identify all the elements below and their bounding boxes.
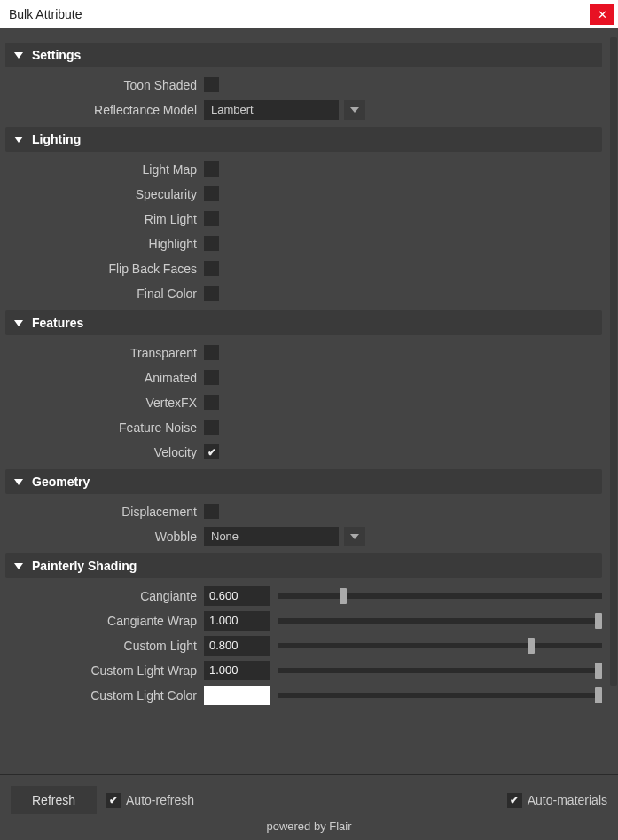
slider-thumb[interactable] bbox=[595, 663, 602, 679]
label: Flip Back Faces bbox=[5, 262, 204, 276]
slider-thumb[interactable] bbox=[340, 588, 347, 604]
label: Displacement bbox=[5, 505, 204, 519]
section-geometry-header[interactable]: Geometry bbox=[5, 469, 602, 494]
checkmark-icon: ✔ bbox=[109, 794, 118, 806]
scrollbar[interactable] bbox=[609, 37, 618, 774]
highlight-checkbox[interactable] bbox=[204, 236, 219, 251]
row-light-map: Light Map bbox=[5, 157, 602, 181]
slider-thumb[interactable] bbox=[595, 613, 602, 629]
chevron-down-icon bbox=[350, 107, 359, 113]
refresh-button[interactable]: Refresh bbox=[11, 786, 97, 814]
powered-by: powered by Flair bbox=[11, 814, 607, 835]
cangiante-slider[interactable] bbox=[278, 593, 602, 599]
disclosure-triangle-icon bbox=[14, 52, 23, 59]
row-specularity: Specularity bbox=[5, 182, 602, 206]
final-color-checkbox[interactable] bbox=[204, 286, 219, 301]
app-body: Settings Toon Shaded Reflectance Model L… bbox=[0, 28, 618, 840]
label: Wobble bbox=[5, 530, 204, 544]
section-painterly-header[interactable]: Painterly Shading bbox=[5, 553, 602, 578]
label: Light Map bbox=[5, 162, 204, 177]
rim-light-checkbox[interactable] bbox=[204, 211, 219, 226]
row-flip-back-faces: Flip Back Faces bbox=[5, 256, 602, 280]
flip-back-faces-checkbox[interactable] bbox=[204, 261, 219, 276]
scroll-area: Settings Toon Shaded Reflectance Model L… bbox=[0, 28, 618, 774]
section-title: Lighting bbox=[32, 132, 81, 146]
row-cangiante: Cangiante 0.600 bbox=[5, 584, 602, 608]
custom-light-wrap-slider[interactable] bbox=[278, 668, 602, 673]
auto-refresh-checkbox[interactable]: ✔ bbox=[106, 793, 121, 808]
section-features-header[interactable]: Features bbox=[5, 310, 602, 335]
light-map-checkbox[interactable] bbox=[204, 161, 219, 177]
section-title: Painterly Shading bbox=[32, 559, 137, 573]
footer: Refresh ✔ Auto-refresh ✔ Auto-materials … bbox=[0, 774, 618, 840]
label: Cangiante Wrap bbox=[5, 614, 204, 628]
close-button[interactable]: ✕ bbox=[590, 4, 614, 25]
disclosure-triangle-icon bbox=[14, 320, 23, 326]
slider-thumb[interactable] bbox=[595, 687, 602, 703]
dropdown-value: Lambert bbox=[204, 100, 339, 120]
auto-materials-option[interactable]: ✔ Auto-materials bbox=[507, 793, 607, 808]
custom-light-slider[interactable] bbox=[278, 643, 602, 648]
section-title: Settings bbox=[32, 48, 81, 62]
custom-light-wrap-input[interactable]: 1.000 bbox=[204, 661, 270, 680]
specularity-checkbox[interactable] bbox=[204, 186, 219, 201]
custom-light-input[interactable]: 0.800 bbox=[204, 636, 270, 656]
section-title: Geometry bbox=[32, 475, 90, 489]
row-reflectance-model: Reflectance Model Lambert bbox=[5, 98, 602, 122]
window-title: Bulk Attribute bbox=[9, 7, 82, 21]
label: Toon Shaded bbox=[5, 78, 204, 92]
section-settings-header[interactable]: Settings bbox=[5, 43, 602, 67]
cangiante-wrap-slider[interactable] bbox=[278, 618, 602, 624]
label: Reflectance Model bbox=[5, 103, 204, 117]
row-transparent: Transparent bbox=[5, 341, 602, 365]
auto-refresh-option[interactable]: ✔ Auto-refresh bbox=[106, 793, 194, 808]
row-displacement: Displacement bbox=[5, 499, 602, 523]
toon-shaded-checkbox[interactable] bbox=[204, 77, 219, 92]
label: Final Color bbox=[5, 287, 204, 301]
velocity-checkbox[interactable]: ✔ bbox=[204, 444, 219, 459]
row-custom-light-color: Custom Light Color bbox=[5, 683, 602, 707]
cangiante-wrap-input[interactable]: 1.000 bbox=[204, 611, 270, 631]
label: VertexFX bbox=[5, 396, 204, 410]
animated-checkbox[interactable] bbox=[204, 370, 219, 385]
transparent-checkbox[interactable] bbox=[204, 345, 219, 360]
row-custom-light: Custom Light 0.800 bbox=[5, 633, 602, 657]
slider-thumb[interactable] bbox=[528, 638, 535, 654]
row-vertexfx: VertexFX bbox=[5, 390, 602, 414]
row-animated: Animated bbox=[5, 365, 602, 389]
wobble-dropdown[interactable]: None bbox=[204, 527, 365, 546]
checkmark-icon: ✔ bbox=[207, 446, 216, 459]
auto-materials-checkbox[interactable]: ✔ bbox=[507, 793, 522, 808]
section-lighting-header[interactable]: Lighting bbox=[5, 127, 602, 152]
reflectance-model-dropdown[interactable]: Lambert bbox=[204, 100, 365, 120]
scrollbar-thumb[interactable] bbox=[610, 37, 617, 686]
disclosure-triangle-icon bbox=[14, 479, 23, 485]
auto-refresh-label: Auto-refresh bbox=[126, 793, 194, 807]
label: Velocity bbox=[5, 445, 204, 459]
row-toon-shaded: Toon Shaded bbox=[5, 73, 602, 97]
row-rim-light: Rim Light bbox=[5, 207, 602, 231]
label: Animated bbox=[5, 371, 204, 385]
dropdown-value: None bbox=[204, 527, 339, 546]
row-cangiante-wrap: Cangiante Wrap 1.000 bbox=[5, 608, 602, 632]
auto-materials-label: Auto-materials bbox=[528, 793, 607, 807]
cangiante-input[interactable]: 0.600 bbox=[204, 586, 270, 606]
chevron-down-icon bbox=[350, 534, 359, 539]
label: Custom Light bbox=[5, 639, 204, 653]
dropdown-button[interactable] bbox=[344, 527, 365, 546]
custom-light-color-swatch[interactable] bbox=[204, 686, 270, 705]
row-feature-noise: Feature Noise bbox=[5, 415, 602, 439]
label: Custom Light Wrap bbox=[5, 663, 204, 678]
row-final-color: Final Color bbox=[5, 281, 602, 305]
dropdown-button[interactable] bbox=[344, 100, 365, 120]
displacement-checkbox[interactable] bbox=[204, 504, 219, 519]
section-title: Features bbox=[32, 316, 83, 330]
label: Rim Light bbox=[5, 212, 204, 226]
vertexfx-checkbox[interactable] bbox=[204, 395, 219, 410]
custom-light-color-slider[interactable] bbox=[278, 693, 602, 698]
feature-noise-checkbox[interactable] bbox=[204, 420, 219, 435]
row-wobble: Wobble None bbox=[5, 524, 602, 548]
label: Feature Noise bbox=[5, 420, 204, 435]
close-icon: ✕ bbox=[598, 8, 607, 21]
row-highlight: Highlight bbox=[5, 232, 602, 255]
